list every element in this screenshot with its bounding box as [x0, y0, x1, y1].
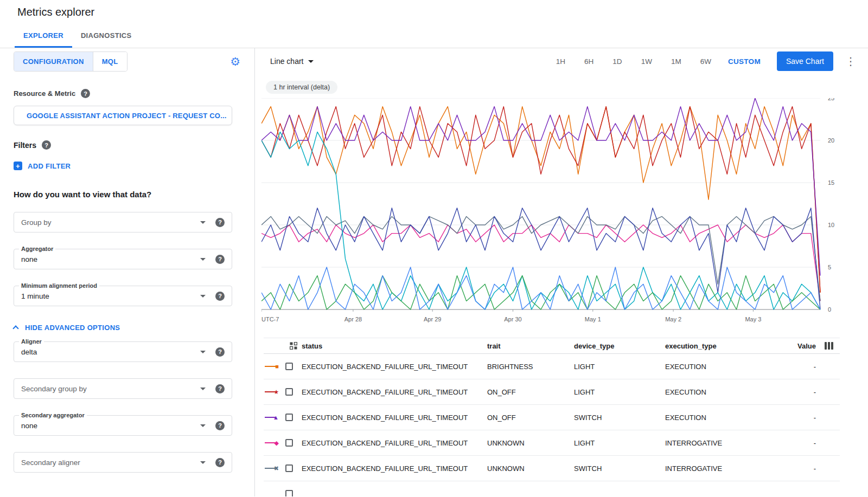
minimum-alignment-period-label: Minimum alignment period: [19, 282, 99, 289]
secondary-aggregator-dropdown[interactable]: Secondary aggregatornone?: [14, 415, 232, 436]
column-header-status[interactable]: status: [302, 342, 487, 350]
hide-advanced-options-button[interactable]: HIDE ADVANCED OPTIONS: [14, 324, 240, 332]
cell-value: -: [774, 363, 818, 371]
hide-advanced-options-label: HIDE ADVANCED OPTIONS: [25, 324, 120, 332]
range-1m[interactable]: 1M: [669, 54, 684, 69]
row-checkbox[interactable]: [285, 490, 293, 496]
range-1h[interactable]: 1H: [554, 54, 567, 69]
svg-text:Apr 28: Apr 28: [344, 316, 362, 322]
cell-value: -: [774, 388, 818, 396]
tab-configuration[interactable]: CONFIGURATION: [14, 52, 93, 71]
svg-text:May 1: May 1: [585, 316, 601, 322]
help-icon[interactable]: ?: [215, 347, 225, 357]
help-icon[interactable]: ?: [215, 255, 225, 264]
help-icon[interactable]: ?: [215, 292, 225, 301]
mode-toggle: CONFIGURATION MQL: [14, 51, 127, 72]
column-header-device-type[interactable]: device_type: [574, 342, 665, 350]
aggregator-dropdown[interactable]: Aggregatornone?: [14, 249, 232, 269]
secondary-group-by-dropdown[interactable]: Secondary group by?: [14, 378, 232, 399]
range-6h[interactable]: 6H: [582, 54, 596, 69]
help-icon[interactable]: ?: [215, 384, 225, 393]
chevron-down-icon: [200, 351, 206, 353]
row-checkbox[interactable]: [285, 414, 293, 421]
toolbar-right: 1H6H1D1W1M6W CUSTOM Save Chart ⋮: [554, 51, 859, 71]
cell-value: -: [774, 464, 818, 473]
aligner-value: delta: [21, 348, 37, 356]
table-body: ■EXECUTION_BACKEND_FAILURE_URL_TIMEOUTBR…: [264, 354, 840, 496]
cell-execution-type: INTERROGATIVE: [665, 464, 774, 473]
interval-chip[interactable]: 1 hr interval (delta): [266, 81, 337, 94]
column-header-trait[interactable]: trait: [487, 342, 574, 350]
resource-metric-button[interactable]: GOOGLE ASSISTANT ACTION PROJECT - REQUES…: [14, 106, 232, 125]
cell-value: -: [774, 414, 818, 422]
range-1d[interactable]: 1D: [610, 54, 624, 69]
tab-explorer[interactable]: EXPLORER: [15, 24, 72, 48]
cell-trait: ON_OFF: [487, 388, 574, 396]
series-key-icon: ▲: [265, 413, 279, 422]
chevron-down-icon: [308, 60, 314, 63]
row-checkbox[interactable]: [285, 464, 293, 472]
help-icon[interactable]: ?: [215, 458, 225, 467]
legend-grid-icon[interactable]: [290, 342, 297, 350]
cell-execution-type: EXECUTION: [665, 414, 774, 422]
minimum-alignment-period-value: 1 minute: [21, 292, 49, 300]
series-key-icon: [265, 489, 279, 496]
resource-metric-label: Resource & Metric: [14, 89, 75, 98]
range-1w[interactable]: 1W: [639, 54, 654, 69]
series-key-icon: ★: [265, 388, 279, 396]
secondary-aggregator-value: none: [21, 422, 37, 430]
cell-value: -: [774, 439, 818, 447]
group-by-dropdown[interactable]: Group by?: [14, 212, 232, 233]
help-icon[interactable]: ?: [42, 140, 51, 150]
help-icon[interactable]: ?: [215, 218, 225, 227]
configuration-panel: CONFIGURATION MQL ⚙ Resource & Metric ? …: [0, 48, 255, 496]
svg-text:25: 25: [828, 98, 834, 101]
more-options-button[interactable]: ⋮: [842, 55, 859, 68]
view-data-heading: How do you want to view that data?: [14, 190, 240, 199]
cell-trait: UNKNOWN: [487, 439, 574, 447]
column-header-execution-type[interactable]: execution_type: [665, 342, 774, 350]
cell-device-type: LIGHT: [574, 439, 665, 447]
range-6w[interactable]: 6W: [698, 54, 713, 69]
fields-advanced: Alignerdelta?Secondary group by?Secondar…: [14, 341, 240, 473]
aligner-dropdown[interactable]: Alignerdelta?: [14, 341, 232, 362]
row-checkbox[interactable]: [285, 439, 293, 447]
secondary-aligner-dropdown[interactable]: Secondary aligner?: [14, 452, 232, 473]
row-checkbox[interactable]: [285, 388, 293, 396]
cell-status: EXECUTION_BACKEND_FAILURE_URL_TIMEOUT: [302, 464, 487, 473]
gear-icon[interactable]: ⚙: [230, 56, 240, 67]
chevron-down-icon: [200, 258, 206, 261]
group-by-value: Group by: [21, 218, 52, 227]
range-custom[interactable]: CUSTOM: [728, 57, 761, 66]
columns-icon[interactable]: [825, 342, 833, 350]
table-header: status trait device_type execution_type …: [264, 338, 840, 354]
tab-diagnostics[interactable]: DIAGNOSTICS: [72, 24, 141, 48]
chip-row: 1 hr interval (delta): [266, 81, 868, 94]
cell-execution-type: EXECUTION: [665, 388, 774, 396]
chart-panel: Line chart 1H6H1D1W1M6W CUSTOM Save Char…: [255, 48, 868, 496]
chart-type-dropdown[interactable]: Line chart: [270, 57, 314, 66]
app-header: Metrics explorer: [0, 0, 868, 24]
save-chart-button[interactable]: Save Chart: [777, 51, 833, 71]
table-row: ▲EXECUTION_BACKEND_FAILURE_URL_TIMEOUTON…: [264, 405, 840, 430]
column-header-value[interactable]: Value: [774, 342, 818, 350]
cell-trait: BRIGHTNESS: [487, 363, 574, 371]
svg-text:May 2: May 2: [665, 316, 681, 322]
add-filter-button[interactable]: + ADD FILTER: [14, 162, 240, 170]
line-chart: 0510152025UTC-7Apr 28Apr 29Apr 30May 1Ma…: [261, 98, 845, 325]
secondary-aligner-value: Secondary aligner: [21, 459, 80, 467]
help-icon[interactable]: ?: [81, 89, 90, 98]
cell-status: EXECUTION_BACKEND_FAILURE_URL_TIMEOUT: [302, 363, 487, 371]
tab-mql[interactable]: MQL: [93, 52, 127, 71]
chart-type-label: Line chart: [270, 57, 303, 66]
aligner-label: Aligner: [19, 338, 44, 345]
minimum-alignment-period-dropdown[interactable]: Minimum alignment period1 minute?: [14, 286, 232, 306]
fields-top: Group by?Aggregatornone?Minimum alignmen…: [14, 212, 240, 306]
row-checkbox[interactable]: [285, 363, 293, 370]
series-key-icon: ■: [265, 362, 279, 371]
chevron-down-icon: [200, 295, 206, 298]
help-icon[interactable]: ?: [215, 421, 225, 430]
cell-status: EXECUTION_BACKEND_FAILURE_URL_TIMEOUT: [302, 414, 487, 422]
svg-text:15: 15: [828, 179, 834, 186]
svg-text:UTC-7: UTC-7: [261, 316, 279, 322]
